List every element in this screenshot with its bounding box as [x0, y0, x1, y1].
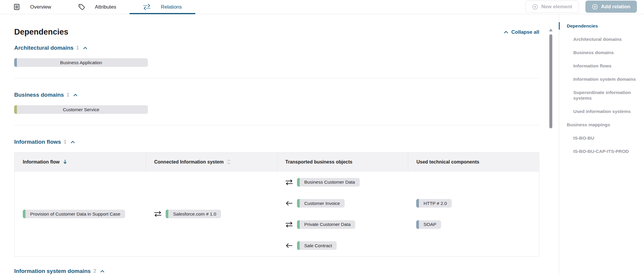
sidebar-item-architectural-domains[interactable]: Architectural domains — [559, 36, 644, 42]
fact-sheet-chip[interactable]: Private Customer Data — [297, 220, 356, 229]
chip-label: Sale Contract — [300, 241, 337, 250]
chip-label: SOAP — [419, 220, 441, 229]
relations-outline-sidebar: Dependencies Architectural domains Busin… — [559, 14, 644, 275]
scrollbar-up-arrow-icon[interactable] — [549, 29, 553, 31]
transfer-both-icon — [285, 179, 293, 185]
page-body: Dependencies Collapse all Architectural … — [0, 14, 644, 275]
section-architectural-domains: Architectural domains 1 — [14, 45, 539, 51]
chip-color-bar — [23, 210, 25, 218]
sidebar-item-superordinate-information-systems[interactable]: Superordinate information systems — [559, 90, 644, 101]
fact-sheet-chip[interactable]: Customer Service — [14, 105, 148, 114]
chip-color-bar — [297, 199, 300, 208]
tab-label: Attributes — [95, 4, 116, 10]
chip-label: Salesforce.com # 1.0 — [168, 210, 221, 218]
fact-sheet-chip[interactable]: Salesforce.com # 1.0 — [166, 210, 221, 218]
cell-connected-system: Salesforce.com # 1.0 — [146, 172, 277, 256]
chip-color-bar — [416, 199, 419, 208]
business-object-entry: Sale Contract — [277, 235, 408, 256]
fact-sheet-chip[interactable]: SOAP — [416, 220, 441, 229]
chevron-up-icon[interactable] — [83, 47, 87, 49]
chip-label: Private Customer Data — [300, 220, 356, 229]
section-title[interactable]: Business domains — [14, 92, 64, 98]
section-divider — [14, 125, 539, 125]
table-row: Provision of Customer Data in Support Ca… — [14, 172, 539, 256]
chip-color-bar — [297, 220, 300, 229]
sort-both-icon — [227, 159, 230, 164]
fact-sheet-chip[interactable]: Business Application — [14, 58, 148, 67]
column-label: Connected Information system — [154, 159, 224, 165]
transfer-both-icon — [154, 211, 162, 217]
vertical-scrollbar-thumb[interactable] — [549, 34, 552, 128]
topbar-actions: New element Add relation — [525, 1, 637, 13]
page-title: Dependencies — [14, 28, 68, 37]
column-header-technical-components: Used technical components — [408, 153, 539, 171]
fact-sheet-chip[interactable]: Business Customer Data — [297, 178, 360, 187]
chip-label: Provision of Customer Data in Support Ca… — [25, 210, 125, 218]
collapse-all-label: Collapse all — [511, 29, 539, 35]
sidebar-item-used-information-systems[interactable]: Used information systems — [559, 109, 644, 114]
cell-technical-components: HTTP # 2.0 SOAP — [408, 172, 539, 256]
fact-sheet-chip[interactable]: Customer Invoice — [297, 199, 345, 208]
section-title[interactable]: Architectural domains — [14, 45, 74, 51]
cell-information-flow: Provision of Customer Data in Support Ca… — [14, 172, 146, 256]
table-header-row: Information flow Connected Information s… — [14, 153, 539, 172]
sidebar-item-business-domains[interactable]: Business domains — [559, 50, 644, 55]
tab-attributes[interactable]: Attributes — [64, 0, 130, 14]
plus-circle-icon — [592, 4, 598, 10]
chip-color-bar — [297, 178, 300, 187]
column-label: Used technical components — [417, 159, 480, 165]
business-object-entry: Business Customer Data — [277, 172, 408, 193]
main-panel: Dependencies Collapse all Architectural … — [0, 14, 559, 275]
column-header-transported-objects: Transported business objects — [277, 153, 408, 171]
tab-relations[interactable]: Relations — [130, 0, 195, 14]
sidebar-item-business-mappings[interactable]: Business mappings — [559, 122, 644, 127]
sidebar-item-dependencies[interactable]: Dependencies — [559, 23, 644, 29]
tab-label: Overview — [30, 4, 51, 10]
chevron-up-icon[interactable] — [71, 141, 75, 143]
chip-label: Customer Invoice — [300, 199, 345, 208]
chevron-up-icon[interactable] — [100, 270, 104, 273]
section-title[interactable]: Information system domains — [14, 268, 91, 274]
chip-label: Customer Service — [17, 105, 148, 114]
business-object-entry: Private Customer Data — [277, 214, 408, 235]
section-count: 1 — [64, 139, 66, 145]
chip-color-bar — [297, 241, 300, 250]
information-flows-table: Information flow Connected Information s… — [14, 152, 539, 257]
tab-label: Relations — [161, 4, 182, 10]
fact-sheet-chip[interactable]: HTTP # 2.0 — [416, 199, 452, 208]
fact-sheet-chip[interactable]: Sale Contract — [297, 241, 337, 250]
section-information-flows: Information flows 1 — [14, 139, 539, 145]
button-label: New element — [541, 4, 572, 10]
section-count: 1 — [67, 92, 69, 98]
section-title[interactable]: Information flows — [14, 139, 61, 145]
chip-color-bar — [166, 210, 168, 218]
add-relation-button[interactable]: Add relation — [585, 1, 637, 13]
chip-label: Business Customer Data — [300, 178, 360, 187]
transfer-both-icon — [285, 222, 293, 227]
section-business-domains: Business domains 1 — [14, 92, 539, 98]
section-count: 1 — [76, 45, 79, 51]
sidebar-item-information-system-domains[interactable]: Information system domains — [559, 76, 644, 82]
tab-overview[interactable]: Overview — [0, 0, 64, 14]
plus-circle-icon — [532, 4, 538, 10]
sidebar-item-is-bo-bu[interactable]: IS-BO-BU — [559, 135, 644, 141]
sidebar-item-is-bo-bu-cap-its-prod[interactable]: IS-BO-BU-CAP-ITS-PROD — [559, 148, 644, 154]
column-header-information-flow[interactable]: Information flow — [14, 153, 146, 171]
section-divider — [14, 78, 539, 78]
chevron-up-icon — [504, 31, 508, 34]
arrow-left-icon — [285, 243, 293, 248]
sort-descending-icon — [63, 159, 67, 164]
column-header-connected-system[interactable]: Connected Information system — [146, 153, 277, 171]
business-object-entry: Customer Invoice — [277, 193, 408, 214]
column-label: Information flow — [23, 159, 59, 165]
chip-color-bar — [14, 58, 17, 67]
collapse-all-button[interactable]: Collapse all — [504, 29, 539, 35]
technical-component-entry: SOAP — [408, 214, 539, 235]
sidebar-item-information-flows[interactable]: Information flows — [559, 63, 644, 69]
chevron-up-icon[interactable] — [73, 94, 78, 96]
cell-transported-objects: Business Customer Data Custo — [277, 172, 408, 256]
relations-icon — [143, 4, 151, 10]
chip-label: HTTP # 2.0 — [419, 199, 452, 208]
new-element-button[interactable]: New element — [525, 1, 579, 13]
fact-sheet-chip[interactable]: Provision of Customer Data in Support Ca… — [23, 210, 125, 218]
